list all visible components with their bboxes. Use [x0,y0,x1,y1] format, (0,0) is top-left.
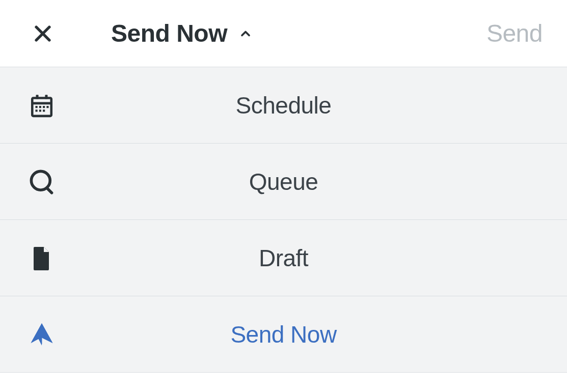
menu-item-schedule[interactable]: Schedule [0,67,567,144]
menu-item-queue[interactable]: Queue [0,144,567,220]
send-mode-menu: Schedule Queue Draft [0,67,567,373]
svg-line-14 [47,187,52,192]
send-button-label: Send [487,20,543,47]
close-icon [32,22,54,45]
menu-item-send-now[interactable]: Send Now [0,296,567,373]
send-mode-title: Send Now [111,19,227,47]
queue-icon [29,169,55,195]
menu-item-label: Send Now [230,321,336,348]
send-button[interactable]: Send [487,19,543,47]
svg-rect-9 [46,106,48,108]
svg-rect-12 [43,109,45,111]
send-icon [29,321,55,348]
calendar-icon [29,92,55,119]
svg-rect-3 [36,95,39,99]
menu-item-label: Schedule [236,92,332,119]
svg-rect-7 [39,106,41,108]
svg-rect-6 [36,106,38,108]
svg-rect-10 [36,109,38,111]
menu-item-draft[interactable]: Draft [0,220,567,296]
file-icon [29,245,55,271]
chevron-up-icon [238,26,253,41]
close-button[interactable] [29,19,57,48]
menu-item-label: Queue [249,168,318,195]
compose-header: Send Now Send [0,0,567,67]
svg-rect-4 [45,95,47,99]
svg-rect-8 [43,106,45,108]
svg-rect-11 [39,109,41,111]
menu-item-label: Draft [259,244,308,272]
send-mode-dropdown[interactable]: Send Now [111,19,253,47]
